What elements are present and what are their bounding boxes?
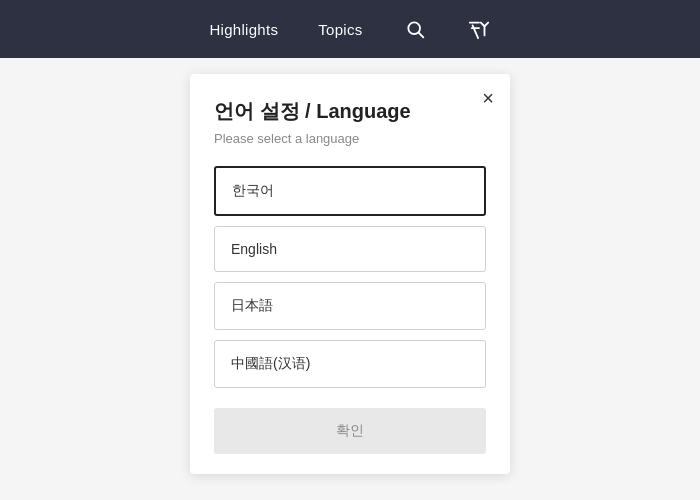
language-option[interactable]: 日本語 <box>214 282 486 330</box>
translate-icon[interactable] <box>463 13 495 45</box>
nav-highlights[interactable]: Highlights <box>205 13 282 46</box>
modal-title: 언어 설정 / Language <box>214 98 486 125</box>
close-button[interactable]: × <box>482 88 494 108</box>
modal-subtitle: Please select a language <box>214 131 486 146</box>
modal-overlay: × 언어 설정 / Language Please select a langu… <box>0 58 700 500</box>
language-modal: × 언어 설정 / Language Please select a langu… <box>190 74 510 474</box>
svg-line-1 <box>418 33 423 38</box>
nav-topics[interactable]: Topics <box>314 13 366 46</box>
language-option[interactable]: 中國語(汉语) <box>214 340 486 388</box>
language-option[interactable]: English <box>214 226 486 272</box>
language-list: 한국어English日本語中國語(汉语) <box>214 166 486 388</box>
confirm-button[interactable]: 확인 <box>214 408 486 454</box>
navbar: Highlights Topics <box>0 0 700 58</box>
search-icon[interactable] <box>399 13 431 45</box>
language-option[interactable]: 한국어 <box>214 166 486 216</box>
